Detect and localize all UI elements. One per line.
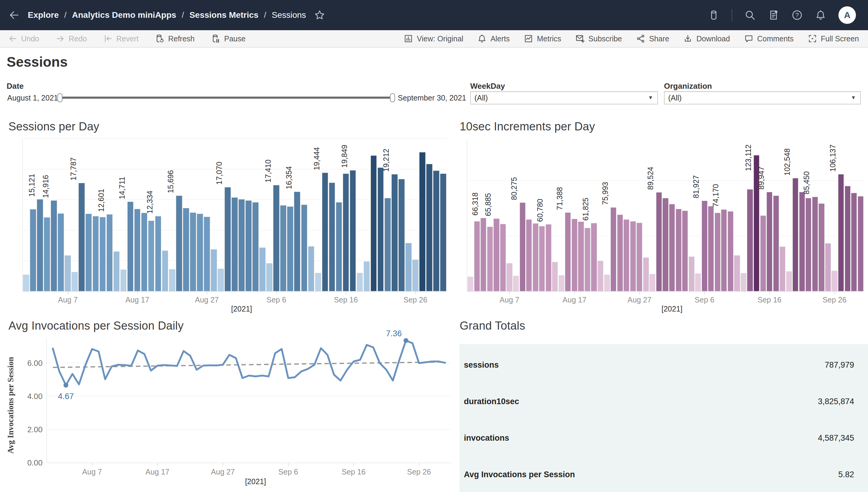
full-screen-button[interactable]: Full Screen <box>808 34 859 44</box>
bar-day-10[interactable] <box>93 216 99 291</box>
bar-day-49[interactable] <box>364 262 370 291</box>
bar-day-40[interactable] <box>301 205 307 291</box>
bar-day-29[interactable] <box>656 192 662 291</box>
bar-day-1[interactable] <box>474 221 480 291</box>
bar-day-3[interactable] <box>44 217 50 291</box>
bar-day-31[interactable] <box>669 204 675 291</box>
bar-day-50[interactable] <box>793 178 798 291</box>
download-button[interactable]: Download <box>683 34 730 44</box>
date-slider-left-handle[interactable] <box>57 93 63 102</box>
bar-day-53[interactable] <box>812 197 818 291</box>
bar-day-55[interactable] <box>405 243 412 291</box>
bar-day-59[interactable] <box>433 171 440 291</box>
refresh-button[interactable]: Refresh <box>155 34 195 44</box>
bar-day-31[interactable] <box>239 199 245 291</box>
bar-day-7[interactable] <box>513 276 519 291</box>
metrics-button[interactable]: Metrics <box>524 34 561 44</box>
bar-day-29[interactable] <box>225 187 231 291</box>
bar-day-21[interactable] <box>169 269 175 291</box>
bar-day-15[interactable] <box>565 213 571 291</box>
bar-day-35[interactable] <box>266 263 273 291</box>
date-range-slider[interactable] <box>60 97 392 99</box>
avatar[interactable]: A <box>838 6 856 24</box>
bar-day-2[interactable] <box>37 199 43 291</box>
bar-day-2[interactable] <box>480 218 486 291</box>
bar-day-8[interactable] <box>520 202 525 291</box>
bar-day-13[interactable] <box>114 251 120 291</box>
bar-day-47[interactable] <box>350 170 356 291</box>
revert-button[interactable]: Revert <box>103 34 139 44</box>
bar-day-58[interactable] <box>845 186 850 291</box>
bar-day-21[interactable] <box>604 275 610 291</box>
bar-day-38[interactable] <box>715 213 720 291</box>
bar-day-49[interactable] <box>786 271 792 291</box>
breadcrumb-item-sessions-metrics[interactable]: Sessions Metrics <box>190 10 259 20</box>
bar-day-52[interactable] <box>805 198 811 291</box>
bar-day-13[interactable] <box>552 262 558 291</box>
bar-day-14[interactable] <box>559 275 564 291</box>
bar-day-7[interactable] <box>72 272 78 291</box>
bar-day-25[interactable] <box>630 221 636 291</box>
data-point-marker[interactable] <box>403 338 408 343</box>
bar-day-47[interactable] <box>773 196 779 291</box>
bar-day-28[interactable] <box>218 269 224 291</box>
subscribe-button[interactable]: Subscribe <box>575 34 622 44</box>
database-icon[interactable] <box>708 9 720 21</box>
bar-day-22[interactable] <box>176 196 182 291</box>
bar-day-43[interactable] <box>322 173 328 291</box>
bar-day-9[interactable] <box>526 219 532 291</box>
bar-day-26[interactable] <box>637 223 642 291</box>
breadcrumb-item-analytics-demo-miniapps[interactable]: Analytics Demo miniApps <box>72 10 176 20</box>
bar-day-56[interactable] <box>832 271 837 291</box>
bar-day-39[interactable] <box>721 210 727 291</box>
bar-day-46[interactable] <box>343 174 349 291</box>
bar-day-24[interactable] <box>190 213 196 291</box>
date-slider-right-handle[interactable] <box>390 93 395 102</box>
bar-day-22[interactable] <box>611 207 616 291</box>
bar-day-33[interactable] <box>252 202 259 291</box>
bar-day-60[interactable] <box>440 174 446 291</box>
bar-day-16[interactable] <box>134 209 141 291</box>
bar-day-12[interactable] <box>106 214 113 291</box>
bar-day-34[interactable] <box>689 256 694 291</box>
data-point-marker[interactable] <box>64 383 68 388</box>
bar-day-30[interactable] <box>231 197 238 291</box>
bar-day-36[interactable] <box>273 185 279 291</box>
bar-day-9[interactable] <box>85 214 92 291</box>
bar-day-52[interactable] <box>385 198 391 291</box>
favorite-star-icon[interactable] <box>314 9 325 21</box>
bar-day-60[interactable] <box>858 196 864 291</box>
bar-day-5[interactable] <box>500 224 506 291</box>
bar-day-23[interactable] <box>183 208 189 291</box>
bar-day-54[interactable] <box>819 203 824 291</box>
bar-day-19[interactable] <box>591 223 597 291</box>
bar-day-42[interactable] <box>741 273 746 291</box>
explore-views-icon[interactable] <box>768 9 779 21</box>
comments-button[interactable]: Comments <box>744 34 794 44</box>
bar-day-30[interactable] <box>663 198 668 291</box>
bar-day-4[interactable] <box>51 200 57 291</box>
bar-day-45[interactable] <box>760 216 766 291</box>
bar-day-5[interactable] <box>58 214 64 291</box>
bar-day-23[interactable] <box>617 215 623 291</box>
notifications-icon[interactable] <box>815 9 826 21</box>
organization-dropdown[interactable]: (All) ▼ <box>664 91 861 104</box>
bar-day-0[interactable] <box>468 277 473 291</box>
bar-day-55[interactable] <box>825 243 831 291</box>
bar-day-15[interactable] <box>127 202 134 291</box>
bar-day-37[interactable] <box>280 205 287 291</box>
bar-day-20[interactable] <box>598 261 603 291</box>
bar-day-11[interactable] <box>539 226 545 291</box>
bar-day-44[interactable] <box>329 182 335 291</box>
bar-day-59[interactable] <box>851 193 857 291</box>
bar-day-35[interactable] <box>695 273 701 291</box>
bar-day-3[interactable] <box>487 227 493 291</box>
bar-day-42[interactable] <box>315 273 321 291</box>
bar-day-43[interactable] <box>747 189 753 291</box>
bar-day-50[interactable] <box>371 155 377 291</box>
share-button[interactable]: Share <box>636 34 669 44</box>
bar-day-57[interactable] <box>419 152 425 291</box>
bar-day-48[interactable] <box>357 273 363 291</box>
alerts-button[interactable]: Alerts <box>477 34 510 44</box>
bar-day-41[interactable] <box>734 255 740 291</box>
